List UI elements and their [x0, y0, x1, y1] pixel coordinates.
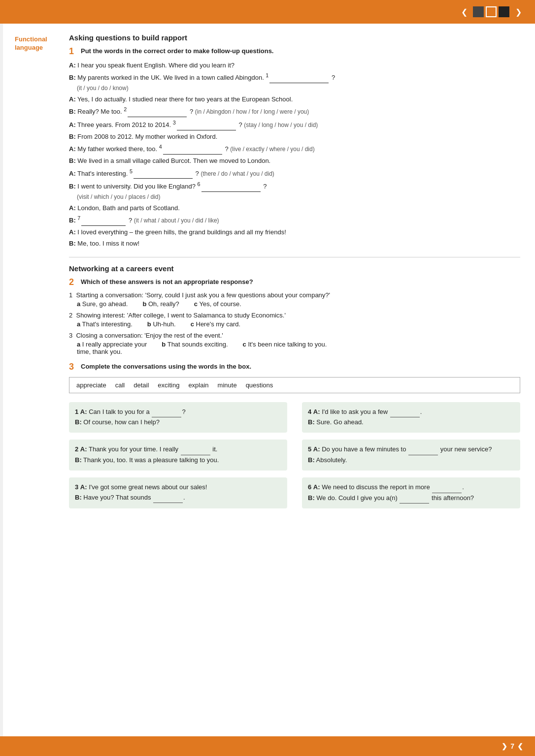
word-explain: explain — [188, 381, 208, 389]
cell6-blank-a[interactable] — [432, 482, 462, 493]
blank-2[interactable] — [128, 107, 187, 117]
mc-row-3: a I really appreciate yourtime, thank yo… — [77, 341, 520, 355]
blank-6[interactable] — [201, 182, 261, 192]
main-content: Functional language Asking questions to … — [0, 24, 535, 528]
cell2-num: 2 — [75, 445, 78, 453]
speaker-a2: A: — [69, 95, 76, 103]
mc-item-1: 1 Starting a conversation: 'Sorry, could… — [69, 291, 520, 308]
dialogue-line-10: B: I went to university. Did you like En… — [69, 180, 520, 201]
content-area: Asking questions to build rapport 1 Put … — [69, 33, 520, 508]
speaker-a7: A: — [69, 228, 76, 236]
mc-item-2: 2 Showing interest: 'After college, I we… — [69, 312, 520, 328]
nav-right-button[interactable]: ❯ — [511, 5, 525, 19]
top-bar: ❮ ❯ — [0, 0, 535, 24]
exercise1-number: 1 — [69, 47, 78, 57]
mc-option-1b: b Oh, really? — [142, 300, 179, 308]
speaker-b7: B: — [69, 240, 76, 247]
nav-square-black — [499, 6, 509, 17]
cell6-blank-b[interactable] — [400, 493, 429, 504]
mc-option-2b: b Uh-huh. — [147, 320, 176, 328]
word-box: appreciate call detail exciting explain … — [69, 377, 520, 393]
cell5-num: 5 — [308, 445, 311, 453]
speaker-a: A: — [69, 62, 76, 69]
exercise3-header: 3 Complete the conversations using the w… — [69, 362, 520, 372]
hint-7: (it / what / about / you / did / like) — [134, 218, 219, 224]
ex3-cell-4: 4 A: I'd like to ask you a few . B: Sure… — [302, 402, 520, 433]
dialogue-line-5: A: Three years. From 2012 to 2014. 3 ? (… — [69, 119, 520, 130]
word-exciting: exciting — [158, 381, 179, 389]
mc-option-1c: c Yes, of course. — [194, 300, 241, 308]
cell4-blank[interactable] — [390, 407, 420, 418]
dialogue-line-6: B: From 2008 to 2012. My mother worked i… — [69, 132, 520, 142]
mc-number-2: 2 — [69, 312, 72, 319]
section2-title: Networking at a careers event — [69, 264, 520, 273]
speaker-b3: B: — [69, 133, 76, 140]
cell3-num: 3 — [75, 483, 78, 491]
cell1-num: 1 — [75, 408, 78, 415]
page-num-text: 7 — [510, 742, 514, 750]
nav-square-dark — [473, 6, 484, 17]
mc-option-2a: a That's interesting. — [77, 320, 133, 328]
next-arrow-icon[interactable]: ❮ — [517, 742, 523, 750]
word-call: call — [115, 381, 125, 389]
prev-arrow-icon[interactable]: ❯ — [502, 742, 507, 750]
nav-controls: ❮ ❯ — [457, 5, 525, 19]
exercise2-number: 2 — [69, 278, 78, 287]
cell1-blank[interactable] — [152, 407, 181, 418]
exercise3-grid: 1 A: Can I talk to you for a ? B: Of cou… — [69, 402, 520, 509]
cell4-num: 4 — [308, 408, 311, 415]
cell4-speaker-b: B: Sure. Go ahead. — [308, 418, 364, 426]
cell3-speaker-a: A: I've got some great news about our sa… — [80, 483, 207, 491]
dialogue-line-9: A: That's interesting. 5 ? (there / do /… — [69, 167, 520, 179]
dialogue-line-13: A: I loved everything – the green hills,… — [69, 227, 520, 237]
nav-left-button[interactable]: ❮ — [457, 5, 471, 19]
cell6-num: 6 — [308, 483, 311, 491]
cell4-speaker-a: A: I'd like to ask you a few . — [313, 408, 422, 415]
exercise1-instruction: Put the words in the correct order to ma… — [81, 47, 274, 56]
dialogue-line-12: B: 7 ? (it / what / about / you / did / … — [69, 214, 520, 226]
speaker-a6: A: — [69, 204, 76, 212]
section1-title: Asking questions to build rapport — [69, 33, 520, 42]
mc-number-3: 3 — [69, 332, 72, 339]
sidebar-title-line2: language — [15, 44, 69, 51]
cell3-blank[interactable] — [153, 493, 183, 504]
mc-item-3: 3 Closing a conversation: 'Enjoy the res… — [69, 332, 520, 355]
mc-option-1a: a Sure, go ahead. — [77, 300, 128, 308]
speaker-a3: A: — [69, 121, 76, 128]
dialogue-line-14: B: Me, too. I miss it now! — [69, 239, 520, 249]
blank-7[interactable] — [81, 216, 126, 226]
page-number: ❯ 7 ❮ — [502, 742, 523, 750]
bottom-bar: ❯ 7 ❮ — [0, 736, 535, 756]
exercise3-instruction: Complete the conversations using the wor… — [81, 362, 251, 371]
mc-option-3b: b That sounds exciting. — [162, 341, 228, 355]
blank-3[interactable] — [177, 120, 236, 130]
exercise2-header: 2 Which of these answers is not an appro… — [69, 278, 520, 287]
mc-number-1: 1 — [69, 291, 72, 299]
speaker-b6: B: — [69, 217, 76, 224]
hint-3: (stay / long / how / you / did) — [244, 122, 318, 128]
speaker-b4: B: — [69, 157, 76, 164]
blank-5[interactable] — [134, 169, 193, 179]
word-minute: minute — [218, 381, 237, 389]
mc-option-3c: c It's been nice talking to you. — [243, 341, 327, 355]
ex3-cell-6: 6 A: We need to discuss the report in mo… — [302, 477, 520, 509]
blank-1[interactable] — [269, 73, 329, 84]
cell2-speaker-b: B: Thank you, too. It was a pleasure tal… — [75, 456, 219, 464]
hint-4: (live / exactly / where / you / did) — [230, 146, 314, 153]
ex3-cell-3: 3 A: I've got some great news about our … — [69, 477, 287, 509]
mc-row-2: a That's interesting. b Uh-huh. c Here's… — [77, 320, 520, 328]
cell5-blank[interactable] — [408, 444, 438, 455]
mc-row-1: a Sure, go ahead. b Oh, really? c Yes, o… — [77, 300, 520, 308]
speaker-b: B: — [69, 74, 76, 82]
word-appreciate: appreciate — [76, 381, 106, 389]
hint-1: (it / you / do / know) — [77, 85, 129, 92]
blank-4[interactable] — [163, 145, 222, 155]
cell6-speaker-b: B: We do. Could I give you a(n) this aft… — [308, 494, 474, 502]
left-accent-bar — [0, 24, 3, 736]
cell5-speaker-a: A: Do you have a few minutes to your new… — [313, 445, 492, 453]
speaker-a5: A: — [69, 170, 76, 177]
cell2-blank[interactable] — [181, 444, 210, 455]
dialogue-line-11: A: London, Bath and parts of Scotland. — [69, 203, 520, 213]
dialogue-line-4: B: Really? Me too. 2 ? (in / Abingdon / … — [69, 105, 520, 117]
dialogue-line-7: A: My father worked there, too. 4 ? (liv… — [69, 143, 520, 155]
